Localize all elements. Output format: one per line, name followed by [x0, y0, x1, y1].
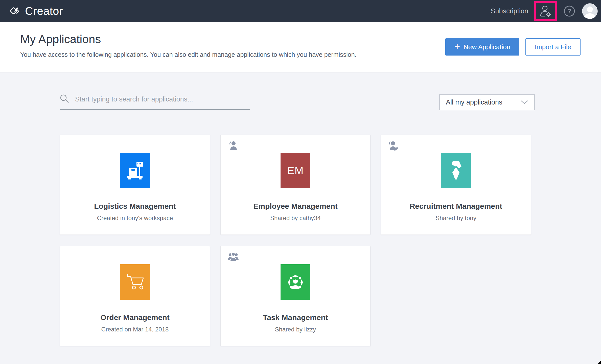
app-initials: EM: [287, 165, 304, 177]
app-tile: [120, 153, 150, 188]
app-tile: EM: [281, 153, 310, 188]
app-name: Logistics Management: [60, 202, 210, 211]
help-icon[interactable]: ?: [564, 5, 575, 17]
app-meta: Shared by lizzy: [221, 326, 370, 333]
app-meta: Created on Mar 14, 2018: [60, 326, 210, 333]
person-network-icon: [285, 272, 306, 292]
weighing-scale-icon: [126, 161, 144, 180]
chevron-down-icon: [521, 100, 528, 104]
person-edit-shared-icon: [388, 141, 399, 151]
search-icon: [60, 94, 69, 104]
tie-icon: [448, 161, 464, 180]
avatar[interactable]: [582, 3, 598, 19]
topbar-right: Subscription: [491, 1, 598, 21]
page-body: All my applications Logistics Management…: [0, 72, 601, 364]
app-name: Order Management: [60, 313, 210, 322]
person-shared-icon: [228, 141, 238, 151]
svg-text:?: ?: [567, 7, 571, 15]
app-card[interactable]: Task Management Shared by lizzy: [220, 246, 371, 346]
app-card[interactable]: Recruitment Management Shared by tony: [381, 135, 531, 235]
app-meta: Shared by cathy34: [221, 215, 370, 222]
page-header: My Applications You have access to the f…: [0, 22, 601, 72]
plus-icon: +: [454, 42, 460, 51]
new-application-button[interactable]: + New Application: [445, 38, 519, 56]
user-settings-icon[interactable]: [539, 5, 552, 17]
group-shared-icon: [228, 252, 238, 262]
subscription-link[interactable]: Subscription: [491, 7, 528, 15]
app-filter-value: All my applications: [446, 98, 502, 106]
search-input[interactable]: [75, 95, 250, 103]
app-filter-dropdown[interactable]: All my applications: [439, 94, 535, 110]
app-tile: [281, 264, 310, 300]
highlight-annotation: [534, 1, 557, 21]
app-card[interactable]: EM Employee Management Shared by cathy34: [220, 135, 371, 235]
app-card[interactable]: Order Management Created on Mar 14, 2018: [60, 246, 210, 346]
topbar: Creator Subscription: [0, 0, 601, 22]
import-file-button[interactable]: Import a File: [525, 38, 581, 56]
brand-name: Creator: [25, 5, 63, 17]
app-grid: Logistics Management Created in tony's w…: [60, 135, 531, 346]
app-name: Task Management: [221, 313, 370, 322]
app-tile: [120, 264, 150, 300]
brand[interactable]: Creator: [9, 5, 63, 17]
creator-logo-icon: [9, 5, 20, 17]
app-name: Recruitment Management: [381, 202, 531, 211]
app-meta: Shared by tony: [381, 215, 531, 222]
creator-app-window: Creator Subscription: [0, 0, 601, 364]
app-name: Employee Management: [221, 202, 370, 211]
app-card[interactable]: Logistics Management Created in tony's w…: [60, 135, 210, 235]
cart-icon: [125, 274, 145, 290]
new-application-label: New Application: [464, 43, 510, 51]
search-box: [60, 94, 250, 110]
app-meta: Created in tony's workspace: [60, 215, 210, 222]
app-tile: [441, 153, 471, 188]
